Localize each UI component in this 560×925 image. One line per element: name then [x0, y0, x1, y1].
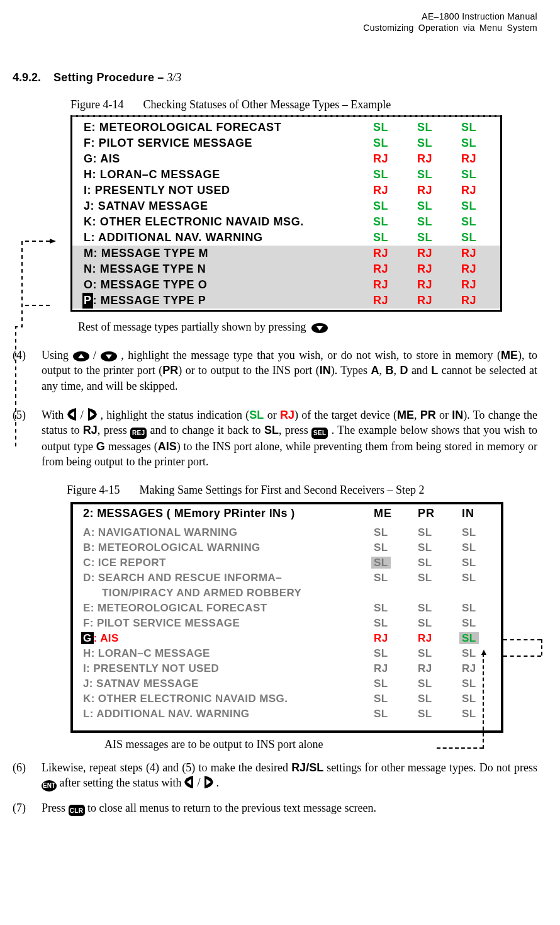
figure-14-row: K: OTHER ELECTRONIC NAVAID MSG.SLSLSL	[72, 214, 500, 230]
figure-14-row: F: PILOT SERVICE MESSAGESLSLSL	[72, 135, 500, 151]
page-header: AE–1800 Instruction Manual Customizing O…	[13, 11, 537, 33]
figure-15-row: G: AISRJRJSL	[73, 631, 501, 646]
down-arrow-icon	[311, 323, 328, 333]
figure-15-row: C: ICE REPORTSLSLSL	[73, 555, 501, 570]
step-4: (4) Using / , highlight the message type…	[13, 348, 537, 394]
figure-15-header: 2: MESSAGES ( MEmory PRinter INs ) ME PR…	[73, 504, 501, 521]
ent-button-icon: ENT	[42, 780, 57, 792]
figure-14-row: J: SATNAV MESSAGESLSLSL	[72, 198, 500, 214]
figure-15-panel: 2: MESSAGES ( MEmory PRinter INs ) ME PR…	[70, 502, 503, 733]
figure-14-row: H: LORAN–C MESSAGESLSLSL	[72, 167, 500, 183]
header-line-2: Customizing Operation via Menu System	[13, 23, 537, 34]
down-arrow-icon	[101, 351, 117, 361]
figure-15-caption: Figure 4-15 Making Same Settings for Fir…	[67, 484, 537, 497]
annotation-dash	[541, 639, 542, 655]
section-number: 4.9.2.	[13, 71, 41, 84]
annotation-dash	[503, 655, 541, 657]
figure-14-row: G: AISRJRJRJ	[72, 151, 500, 167]
sel-button-icon: SEL	[311, 428, 328, 439]
figure-15-annotation: AIS messages are to be output to INS por…	[104, 738, 537, 751]
figure-14-row: L: ADDITIONAL NAV. WARNINGSLSLSL	[72, 230, 500, 246]
figure-15-row: H: LORAN–C MESSAGESLSLSL	[73, 646, 501, 661]
right-arrow-icon	[203, 776, 213, 788]
figure-14-row: O: MESSAGE TYPE ORJRJRJ	[72, 277, 500, 293]
step-7: (7) Press CLR to close all menus to retu…	[13, 800, 537, 817]
bracket-side-arrow	[11, 239, 74, 465]
up-arrow-icon	[73, 351, 89, 361]
step-5: (5) With / , highlight the status indica…	[13, 407, 537, 470]
svg-marker-1	[316, 326, 323, 331]
arrowhead-icon: ▲	[479, 648, 488, 657]
clr-button-icon: CLR	[69, 805, 85, 816]
right-arrow-icon	[87, 408, 97, 421]
figure-14-row: E: METEOROLOGICAL FORECASTSLSLSL	[72, 120, 500, 135]
svg-marker-2	[78, 354, 84, 358]
section-page-frac: 3/3	[167, 71, 181, 84]
figure-15-row: E: METEOROLOGICAL FORECASTSLSLSL	[73, 601, 501, 616]
rej-button-icon: REJ	[130, 428, 147, 439]
figure-15-row: K: OTHER ELECTRONIC NAVAID MSG.SLSLSL	[73, 691, 501, 707]
annotation-dash	[437, 747, 483, 749]
figure-14-panel: E: METEOROLOGICAL FORECASTSLSLSLF: PILOT…	[70, 115, 502, 312]
section-heading: 4.9.2. Setting Procedure – 3/3	[13, 71, 537, 84]
figure-14-row: N: MESSAGE TYPE NRJRJRJ	[72, 261, 500, 277]
figure-15-row: L: ADDITIONAL NAV. WARNINGSLSLSL	[73, 707, 501, 722]
figure-14-caption: Figure 4-14 Checking Statuses of Other M…	[70, 98, 537, 111]
figure-15-row-cont: TION/PIRACY AND ARMED ROBBERY	[73, 586, 501, 601]
step-6: (6) Likewise, repeat steps (4) and (5) t…	[13, 760, 537, 792]
figure-15-row: F: PILOT SERVICE MESSAGESLSLSL	[73, 616, 501, 631]
figure-15-row: J: SATNAV MESSAGESLSLSL	[73, 676, 501, 691]
svg-marker-3	[106, 355, 112, 359]
figure-15-row: I: PRESENTLY NOT USEDRJRJRJ	[73, 661, 501, 676]
figure-15-row: B: METEOROLOGICAL WARNINGSLSLSL	[73, 540, 501, 555]
rest-of-types-note: Rest of message types partially shown by…	[78, 321, 537, 334]
annotation-dash	[503, 639, 541, 640]
figure-14-row: P: MESSAGE TYPE PRJRJRJ	[72, 293, 500, 309]
section-title-text: Setting Procedure	[53, 71, 154, 84]
svg-marker-0	[50, 239, 56, 244]
header-line-1: AE–1800 Instruction Manual	[13, 11, 537, 23]
figure-14-row: M: MESSAGE TYPE MRJRJRJ	[72, 246, 500, 261]
figure-15-row: D: SEARCH AND RESCUE INFORMA–SLSLSL	[73, 570, 501, 586]
annotation-dash	[483, 653, 484, 749]
left-arrow-icon	[184, 776, 194, 788]
figure-14-row: I: PRESENTLY NOT USEDRJRJRJ	[72, 183, 500, 198]
figure-15-row: A: NAVIGATIONAL WARNINGSLSLSL	[73, 525, 501, 540]
